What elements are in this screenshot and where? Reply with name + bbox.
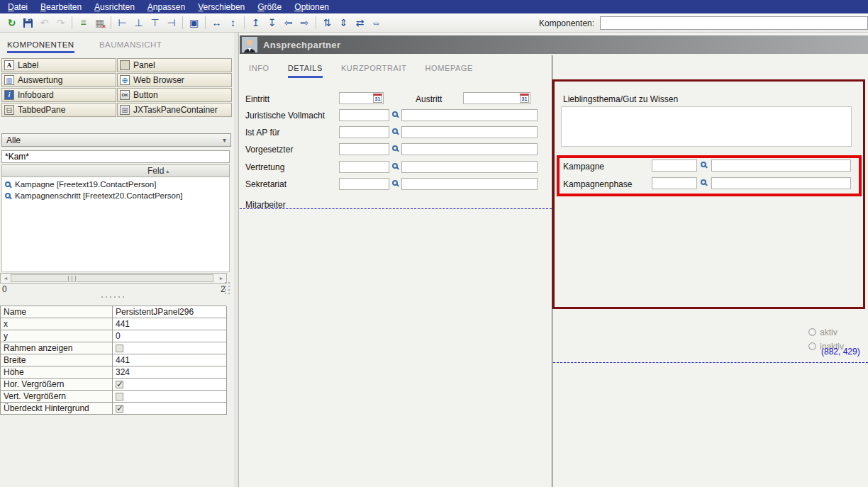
vertretung-label: Vertretung	[245, 162, 284, 172]
palette-webbrowser-button[interactable]: ⊕Web Browser	[117, 73, 232, 87]
magnifier-icon[interactable]	[392, 111, 398, 117]
space-vertical-equal-icon[interactable]: ⇕	[335, 16, 352, 30]
palette-label-text: Panel	[133, 60, 155, 70]
palette-label-button[interactable]: ALabel	[1, 58, 116, 72]
splitter-handle-horizontal[interactable]	[101, 296, 124, 298]
move-left-icon[interactable]: ⇦	[280, 16, 296, 30]
property-value-x[interactable]: 441	[113, 318, 227, 330]
undo-icon[interactable]: ↶	[36, 16, 52, 30]
refresh-icon[interactable]: ↻	[4, 16, 20, 30]
delete-field-icon[interactable]: ▦✕	[91, 16, 108, 30]
splitter-handle-vertical[interactable]	[225, 282, 230, 294]
tab-kurzportrait[interactable]: KURZPORTRAIT	[341, 64, 407, 78]
align-top-icon[interactable]: ⊤	[147, 16, 163, 30]
space-vertical-icon[interactable]: ⇅	[319, 16, 335, 30]
magnifier-icon[interactable]	[392, 180, 398, 186]
sidebar: KOMPONENTEN BAUMANSICHT ALabel Panel ▥Au…	[0, 33, 234, 487]
austritt-date-input[interactable]: 31	[463, 92, 530, 104]
tab-homepage[interactable]: HOMEPAGE	[425, 64, 473, 78]
aktiv-radio[interactable]	[808, 328, 816, 336]
vorgesetzter-key-input[interactable]	[339, 143, 389, 155]
kampagne-key-input[interactable]	[652, 159, 697, 172]
ist-ap-fuer-text-input[interactable]	[401, 126, 538, 138]
horizontal-scrollbar[interactable]: ◄ ►	[0, 273, 227, 284]
property-value-y[interactable]: 0	[113, 330, 227, 342]
palette-panel-button[interactable]: Panel	[117, 58, 232, 72]
magnifier-icon[interactable]	[392, 163, 398, 169]
lieblingsthema-textarea[interactable]	[561, 106, 852, 147]
vertretung-text-input[interactable]	[401, 161, 538, 173]
send-to-back-icon[interactable]: ↧	[264, 16, 280, 30]
palette-infoboard-button[interactable]: iInfoboard	[1, 88, 116, 102]
rahmen-anzeigen-checkbox[interactable]	[116, 345, 123, 352]
field-filter-dropdown[interactable]: Alle ▾	[1, 133, 231, 147]
sekretariat-text-input[interactable]	[401, 178, 538, 190]
field-item-label: Kampagne [Freetext19.ContactPerson]	[15, 180, 156, 189]
menu-datei[interactable]: Datei	[1, 2, 34, 12]
palette-auswertung-button[interactable]: ▥Auswertung	[1, 73, 116, 87]
vertretung-key-input[interactable]	[339, 161, 389, 173]
field-column-header[interactable]: Feld ▴	[1, 164, 230, 177]
tab-baumansicht[interactable]: BAUMANSICHT	[99, 40, 162, 49]
property-label: Hor. Vergrößern	[1, 379, 113, 391]
space-horizontal-icon[interactable]: ⇄	[352, 16, 368, 30]
scrollbar-thumb[interactable]	[11, 274, 213, 282]
magnifier-icon[interactable]	[701, 179, 706, 185]
menu-optionen[interactable]: Optionen	[288, 2, 335, 12]
menu-ausrichten[interactable]: Ausrichten	[88, 2, 141, 12]
field-search-input[interactable]	[1, 150, 230, 163]
panel-icon	[120, 60, 130, 70]
calendar-icon[interactable]: 31	[520, 94, 529, 103]
align-left-icon[interactable]: ⊢	[114, 16, 130, 30]
menu-bearbeiten[interactable]: Bearbeiten	[34, 2, 88, 12]
sekretariat-key-input[interactable]	[339, 178, 389, 190]
menu-verschieben[interactable]: Verschieben	[191, 2, 251, 12]
kampagne-text-input[interactable]	[711, 159, 851, 172]
ist-ap-fuer-key-input[interactable]	[339, 126, 389, 138]
move-right-icon[interactable]: ⇨	[296, 16, 313, 30]
field-list-item[interactable]: Kampagne [Freetext19.ContactPerson]	[2, 179, 229, 190]
sort-asc-icon: ▴	[166, 168, 169, 174]
juristische-vollmacht-text-input[interactable]	[401, 109, 538, 121]
field-column-label: Feld	[148, 166, 164, 176]
field-list-item[interactable]: Kampagnenschritt [Freetext20.ContactPers…	[2, 190, 229, 201]
match-width-icon[interactable]: ↔	[208, 16, 225, 30]
vorgesetzter-text-input[interactable]	[401, 143, 538, 155]
calendar-icon[interactable]: 31	[373, 94, 382, 103]
magnifier-icon[interactable]	[701, 162, 706, 167]
tab-komponenten[interactable]: KOMPONENTEN	[7, 40, 74, 53]
magnifier-icon[interactable]	[392, 145, 398, 151]
property-value-hoehe[interactable]: 324	[113, 366, 227, 379]
match-height-icon[interactable]: ↕	[225, 16, 241, 30]
eintritt-date-input[interactable]: 31	[339, 92, 384, 104]
komponenten-search-area: Komponenten:	[539, 16, 868, 30]
palette-button-button[interactable]: OKButton	[117, 88, 232, 102]
hor-vergroessern-checkbox[interactable]	[116, 381, 123, 388]
tab-info[interactable]: INFO	[249, 64, 269, 78]
bring-to-front-icon[interactable]: ↥	[247, 16, 264, 30]
align-right-icon[interactable]: ⊣	[163, 16, 179, 30]
scroll-left-icon[interactable]: ◄	[1, 274, 11, 283]
preview-icon[interactable]: ▣	[186, 16, 202, 30]
tab-details[interactable]: DETAILS	[288, 64, 323, 78]
juristische-vollmacht-key-input[interactable]	[339, 109, 389, 121]
ueberdeckt-hintergrund-checkbox[interactable]	[116, 405, 123, 413]
palette-tabbedpane-button[interactable]: ⊟TabbedPane	[1, 103, 116, 117]
field-list-icon[interactable]: ≡	[75, 16, 91, 30]
menu-anpassen[interactable]: Anpassen	[141, 2, 191, 12]
menu-groesse[interactable]: Größe	[251, 2, 288, 12]
property-value-breite[interactable]: 441	[113, 354, 227, 366]
redo-icon[interactable]: ↷	[52, 16, 69, 30]
vert-vergroessern-checkbox[interactable]	[116, 393, 123, 401]
align-bottom-icon[interactable]: ⊥	[130, 16, 147, 30]
property-label: Überdeckt Hintergrund	[1, 403, 113, 415]
space-horizontal-equal-icon[interactable]: ⇔	[368, 16, 384, 30]
magnifier-icon[interactable]	[392, 128, 398, 134]
inaktiv-radio[interactable]	[808, 342, 816, 350]
kampagnenphase-key-input[interactable]	[652, 177, 697, 189]
palette-taskpane-button[interactable]: ⊞JXTaskPaneContainer	[117, 103, 232, 117]
property-value-name[interactable]: PersistentJPanel296	[113, 306, 227, 318]
komponenten-input[interactable]	[600, 16, 868, 30]
save-icon[interactable]	[20, 16, 36, 30]
kampagnenphase-text-input[interactable]	[711, 177, 851, 189]
